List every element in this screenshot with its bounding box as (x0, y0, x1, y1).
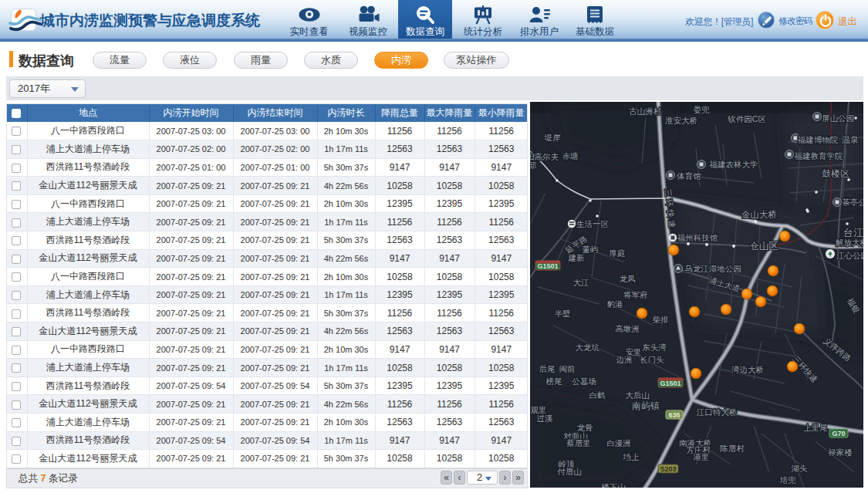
svg-text:公墓场: 公墓场 (572, 377, 596, 386)
svg-text:上里尾: 上里尾 (803, 423, 828, 432)
svg-text:半壁: 半壁 (555, 309, 572, 318)
svg-text:大龙坑: 大龙坑 (575, 343, 599, 352)
svg-text:江心公园: 江心公园 (836, 251, 863, 260)
svg-text:南屿镇: 南屿镇 (632, 400, 660, 411)
svg-text:江口特大桥: 江口特大桥 (697, 407, 738, 417)
svg-text:大后山: 大后山 (625, 390, 650, 400)
svg-text:湾边大桥: 湾边大桥 (731, 365, 764, 374)
svg-text:闽前: 闽前 (559, 364, 576, 373)
svg-text:过溪: 过溪 (537, 414, 554, 423)
svg-text:湖头: 湖头 (792, 464, 809, 473)
svg-text:榜尾: 榜尾 (546, 377, 563, 386)
svg-text:淮安大桥: 淮安大桥 (665, 116, 697, 125)
svg-text:软件园C区: 软件园C区 (727, 114, 766, 123)
svg-text:仓山区: 仓山区 (749, 241, 778, 252)
svg-text:董屿: 董屿 (583, 245, 599, 254)
svg-text:解放大桥: 解放大桥 (836, 238, 863, 247)
svg-text:龙凤: 龙凤 (620, 274, 637, 283)
svg-text:东头湾: 东头湾 (642, 343, 667, 352)
svg-text:厚庭: 厚庭 (610, 248, 626, 258)
svg-text:福建农林大学: 福建农林大学 (710, 160, 758, 169)
svg-text:生活一区: 生活一区 (576, 219, 610, 228)
svg-text:建新: 建新 (568, 253, 586, 262)
svg-text:将军府: 将军府 (623, 290, 648, 299)
svg-text:福建博物院: 福建博物院 (798, 135, 839, 144)
svg-text:大江: 大江 (573, 278, 590, 287)
svg-text:堤岸: 堤岸 (544, 133, 562, 142)
svg-text:鼓楼区: 鼓楼区 (822, 168, 849, 179)
svg-text:培兜: 培兜 (780, 475, 797, 485)
svg-text:垱上: 垱上 (623, 452, 640, 461)
svg-text:白鹤: 白鹤 (589, 390, 606, 400)
svg-text:部: 部 (530, 160, 536, 170)
svg-text:白漫洲: 白漫洲 (606, 438, 631, 447)
svg-text:G1501: G1501 (660, 380, 681, 387)
svg-text:635: 635 (668, 411, 680, 419)
svg-text:付厝山: 付厝山 (557, 467, 582, 476)
svg-text:福州科技馆: 福州科技馆 (677, 233, 718, 242)
svg-text:柴排: 柴排 (653, 315, 670, 324)
svg-text:楼下山: 楼下山 (601, 482, 626, 488)
svg-text:长门头: 长门头 (640, 355, 664, 364)
svg-text:蔡厝里: 蔡厝里 (566, 438, 591, 447)
svg-text:娄兜: 娄兜 (694, 105, 711, 114)
svg-text:高墩洲: 高墩洲 (615, 324, 640, 333)
svg-text:古山洲村: 古山洲村 (629, 106, 662, 116)
svg-text:边洲: 边洲 (616, 355, 633, 364)
svg-text:后尾: 后尾 (539, 364, 556, 373)
svg-text:乌龙江湿地公园: 乌龙江湿地公园 (684, 264, 741, 273)
svg-text:赤塘: 赤塘 (562, 151, 579, 160)
svg-text:体育馆: 体育馆 (676, 171, 701, 181)
svg-text:港里: 港里 (694, 452, 710, 461)
svg-text:G1501: G1501 (537, 262, 558, 270)
svg-text:温泉: 温泉 (842, 135, 859, 144)
svg-text:禄家楼: 禄家楼 (828, 447, 853, 457)
svg-text:陈厝村: 陈厝村 (720, 444, 745, 453)
svg-text:豹港: 豹港 (607, 299, 624, 309)
svg-text:台江: 台江 (843, 227, 863, 238)
svg-text:S203: S203 (660, 465, 676, 473)
svg-text:G70: G70 (832, 430, 845, 437)
svg-text:屏山公园: 屏山公园 (822, 113, 854, 123)
svg-text:茶亭公: 茶亭公 (842, 198, 863, 207)
svg-text:金山大桥: 金山大桥 (741, 210, 777, 219)
svg-text:福建教育学院: 福建教育学院 (795, 151, 844, 160)
